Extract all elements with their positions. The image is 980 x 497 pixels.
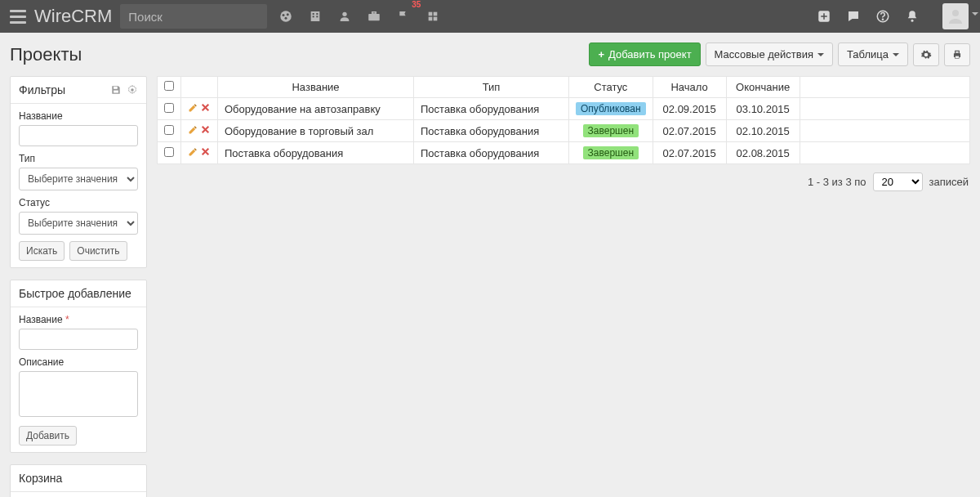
main-area: Название Тип Статус Начало Окончание Обо… [157,76,970,497]
svg-rect-13 [434,12,438,16]
col-status[interactable]: Статус [569,77,653,98]
status-badge: Завершен [583,124,639,137]
page-actions: + Добавить проект Массовые действия Табл… [589,43,970,66]
col-end[interactable]: Окончание [726,77,800,98]
chevron-down-icon [893,53,899,60]
chevron-down-icon [817,53,824,60]
filter-type-select[interactable]: Выберите значения [19,168,138,190]
cell-end: 02.08.2015 [726,142,800,164]
page-title: Проекты [10,44,82,65]
col-name[interactable]: Название [218,77,414,98]
view-mode-dropdown[interactable]: Таблица [838,43,908,66]
filters-title: Фильтры [19,83,65,96]
svg-point-3 [285,17,287,20]
print-icon [951,49,963,60]
quickadd-name-label: Название * [19,314,138,325]
trash-link[interactable]: Корзина [11,492,146,497]
filter-clear-button[interactable]: Очистить [69,241,127,261]
content-area: Фильтры Название Тип Выберите значения С… [0,76,980,497]
cell-start: 02.07.2015 [653,120,726,142]
svg-rect-27 [114,91,118,93]
search-input-wrap[interactable] [120,4,267,29]
status-badge: Опубликован [576,102,646,115]
filter-search-button[interactable]: Искать [19,241,65,261]
save-icon[interactable] [110,84,122,96]
svg-rect-8 [317,16,318,17]
user-avatar[interactable] [942,3,969,29]
svg-rect-4 [311,11,320,21]
svg-point-21 [911,20,914,22]
col-checkbox [158,77,181,98]
required-star: * [65,314,69,325]
help-icon[interactable] [875,9,890,24]
svg-point-22 [952,10,959,16]
gear-icon[interactable] [127,84,138,96]
cell-type: Поставка оборудования [414,120,569,142]
cell-end: 02.10.2015 [726,120,800,142]
svg-point-9 [343,12,347,16]
pager-summary: 1 - 3 из 3 по [808,176,866,188]
add-project-label: Добавить проект [608,48,692,60]
svg-rect-12 [429,12,433,16]
cell-start: 02.07.2015 [653,142,726,164]
cell-end: 03.10.2015 [726,98,800,120]
svg-rect-25 [956,56,960,59]
cell-spacer [800,120,969,142]
row-checkbox[interactable] [164,103,174,113]
person-icon[interactable] [337,9,352,24]
top-nav-right [817,3,969,29]
print-button[interactable] [944,43,970,66]
add-icon[interactable] [817,9,831,24]
quickadd-submit-button[interactable]: Добавить [19,426,77,446]
filter-type-label: Тип [19,153,138,164]
filter-status-select[interactable]: Выберите значения [19,212,138,235]
page-size-select[interactable]: 20 [873,172,923,191]
svg-point-0 [281,11,292,22]
brand-logo: WireCRM [34,6,112,27]
cell-status: Завершен [569,142,653,164]
filter-name-label: Название [19,110,138,122]
col-start[interactable]: Начало [653,77,726,98]
svg-rect-26 [114,87,118,89]
settings-button[interactable] [913,43,939,66]
dashboard-icon[interactable] [278,9,293,24]
hamburger-menu-icon[interactable] [7,5,29,28]
svg-point-28 [131,88,134,92]
cell-name[interactable]: Поставка оборудования [218,142,414,164]
table-row: Поставка оборудованияПоставка оборудован… [158,142,970,164]
cell-start: 02.09.2015 [653,98,726,120]
building-icon[interactable] [308,9,323,24]
chat-icon[interactable] [846,9,861,24]
filter-name-input[interactable] [19,125,138,146]
flag-icon[interactable]: 35 [396,9,411,24]
bell-icon[interactable] [905,9,920,24]
cell-name[interactable]: Оборудование в торговый зал [218,120,414,142]
briefcase-icon[interactable] [367,9,381,24]
delete-icon[interactable] [200,124,211,135]
svg-rect-10 [369,14,381,20]
svg-point-1 [283,14,285,16]
quickadd-desc-textarea[interactable] [19,371,138,417]
view-mode-label: Таблица [847,48,889,60]
bulk-actions-dropdown[interactable]: Массовые действия [706,43,833,66]
delete-icon[interactable] [200,146,211,157]
edit-icon[interactable] [188,124,198,135]
table-row: Оборудование в торговый залПоставка обор… [158,120,970,142]
edit-icon[interactable] [188,146,198,157]
apps-grid-icon[interactable] [425,9,440,24]
trash-title: Корзина [19,472,62,485]
select-all-checkbox[interactable] [164,81,174,91]
col-type[interactable]: Тип [414,77,569,98]
row-checkbox[interactable] [164,147,174,157]
plus-icon: + [598,48,604,60]
edit-icon[interactable] [188,102,198,113]
col-actions [181,77,218,98]
quickadd-title: Быстрое добавление [19,287,131,300]
delete-icon[interactable] [200,102,211,113]
add-project-button[interactable]: + Добавить проект [589,43,700,66]
quickadd-name-input[interactable] [19,329,138,350]
cell-spacer [800,98,969,120]
cell-name[interactable]: Оборудование на автозаправку [218,98,414,120]
row-checkbox[interactable] [164,125,174,135]
search-input[interactable] [128,10,259,24]
